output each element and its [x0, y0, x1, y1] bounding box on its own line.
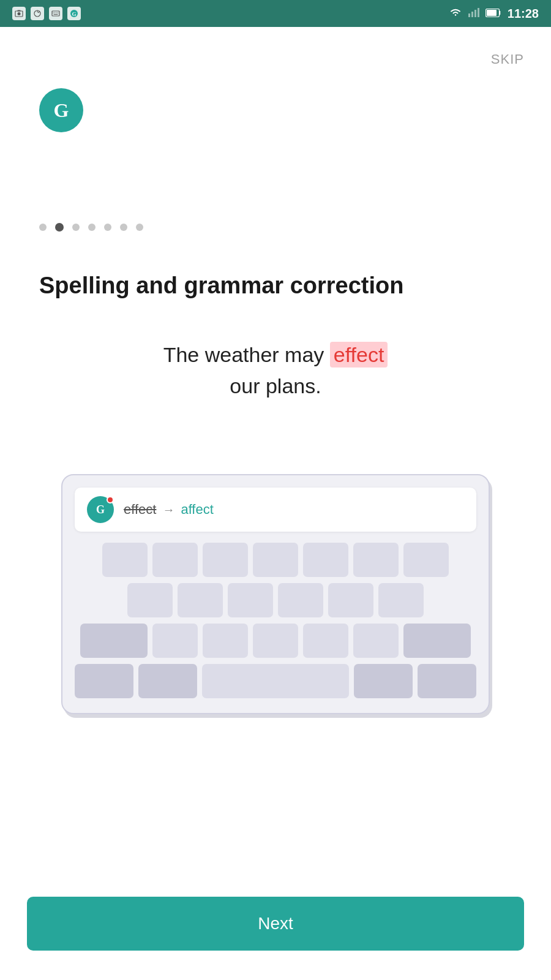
key: [303, 624, 348, 658]
slide-title: Spelling and grammar correction: [39, 272, 512, 300]
grammarly-status-icon: G: [67, 7, 81, 20]
key: [102, 543, 148, 577]
key: [253, 624, 298, 658]
shift-key: [80, 624, 148, 658]
time-display: 11:28: [508, 7, 539, 21]
svg-rect-6: [52, 11, 59, 16]
dot-4: [88, 224, 96, 231]
keyboard-icon: [49, 7, 62, 20]
svg-rect-15: [471, 12, 473, 17]
key: [127, 583, 173, 617]
key: [203, 543, 248, 577]
correction-banner: G effect → affect: [75, 488, 476, 532]
delete-key: [403, 624, 471, 658]
correction-arrow: →: [162, 503, 174, 517]
key: [403, 543, 449, 577]
dot-5: [104, 224, 111, 231]
svg-line-5: [38, 12, 39, 13]
svg-rect-2: [18, 10, 21, 12]
app-logo: G: [39, 88, 83, 132]
svg-rect-19: [487, 10, 497, 16]
key: [253, 543, 298, 577]
key: [328, 583, 373, 617]
key: [203, 624, 248, 658]
key: [228, 583, 273, 617]
correction-text: effect → affect: [124, 502, 214, 518]
key: [152, 624, 198, 658]
grammarly-keyboard-logo: G: [87, 496, 114, 523]
key-row-2: [75, 583, 476, 617]
key-row-4: [75, 664, 476, 698]
key: [353, 543, 399, 577]
keyboard-mockup: G effect → affect: [61, 474, 490, 714]
notification-dot: [107, 496, 114, 503]
svg-rect-16: [474, 10, 476, 17]
emoji-key: [138, 664, 197, 698]
key: [353, 624, 399, 658]
photo-icon: [12, 7, 26, 20]
next-button[interactable]: Next: [27, 897, 524, 951]
space-key: [202, 664, 349, 698]
skip-button[interactable]: SKIP: [491, 51, 524, 67]
dot-3: [72, 224, 80, 231]
key: [278, 583, 323, 617]
svg-rect-14: [468, 13, 470, 17]
progress-dots: [39, 223, 143, 232]
keyboard-keys: [75, 543, 476, 698]
key: [152, 543, 198, 577]
dot-1: [39, 224, 47, 231]
dot-7: [136, 224, 143, 231]
svg-rect-17: [478, 8, 479, 17]
sentence-part1: The weather may: [163, 343, 324, 366]
key: [178, 583, 223, 617]
main-content: SKIP G Spelling and grammar correction T…: [0, 27, 551, 980]
original-word: effect: [124, 502, 156, 518]
sentence-part2: our plans.: [230, 374, 321, 398]
status-bar-right: 11:28: [449, 7, 539, 21]
wifi-icon: [449, 7, 462, 20]
status-bar-left: G: [12, 7, 81, 20]
symbols-key: [75, 664, 133, 698]
dot-6: [120, 224, 127, 231]
return-key: [418, 664, 476, 698]
signal-icon: [468, 7, 479, 20]
key: [303, 543, 348, 577]
android-icon: [31, 7, 44, 20]
status-bar: G 11:28: [0, 0, 551, 27]
dot-2: [55, 223, 64, 232]
keyboard-card: G effect → affect: [61, 474, 490, 714]
enter-key: [354, 664, 413, 698]
svg-point-1: [18, 12, 21, 15]
key-row-1: [75, 543, 476, 577]
highlighted-word: effect: [330, 342, 388, 368]
battery-icon: [485, 7, 501, 20]
svg-text:G: G: [72, 11, 76, 17]
key-row-3: [75, 624, 476, 658]
key: [378, 583, 424, 617]
example-sentence: The weather may effect our plans.: [0, 339, 551, 402]
corrected-word: affect: [181, 502, 213, 518]
